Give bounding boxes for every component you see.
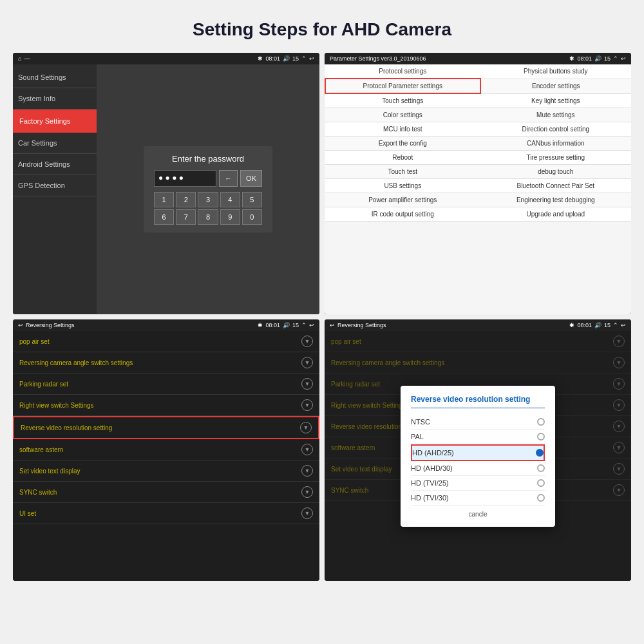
backspace-button[interactable]: ←	[219, 170, 238, 187]
param-col2: CANbus information	[480, 137, 631, 151]
param-col2: Engineering test debugging	[480, 193, 631, 207]
bluetooth-icon2: ✱	[569, 55, 574, 62]
resolution-option[interactable]: HD (AHD/30)	[411, 461, 545, 476]
up-icon2: ⌃	[613, 55, 618, 62]
param-header-text: Parameter Settings ver3.0_20190606	[330, 55, 426, 62]
key-3[interactable]: 3	[198, 192, 218, 207]
param-col1: IR code output setting	[325, 207, 480, 222]
param-row[interactable]: Touch testdebug touch	[325, 165, 631, 179]
password-panel: Enter the password ● ● ● ● ← OK 1 2 3 4 …	[97, 64, 319, 314]
key-0[interactable]: 0	[242, 209, 262, 225]
bluetooth-icon: ✱	[258, 55, 263, 62]
screen2: Parameter Settings ver3.0_20190606 ✱ 08:…	[325, 53, 631, 314]
param-col2: Encoder settings	[480, 79, 631, 93]
password-input-row: ● ● ● ● ← OK	[154, 170, 262, 187]
back-icon3: ↩	[309, 322, 314, 328]
time-display4: 08:01	[577, 322, 592, 328]
reverse-icon3: ↩	[18, 322, 23, 328]
resolution-option[interactable]: PAL	[411, 430, 545, 444]
bluetooth-icon3: ✱	[258, 322, 263, 328]
screen3: ↩ Reversing Settings ✱ 08:01 🔊 15 ⌃ ↩ po…	[13, 319, 319, 581]
param-col1: Reboot	[325, 151, 480, 165]
param-row[interactable]: USB settingsBluetooth Connect Pair Set	[325, 179, 631, 193]
rev-list-item[interactable]: Right view switch Settings▼	[13, 395, 319, 416]
reverse-icon4: ↩	[330, 322, 335, 328]
password-title: Enter the password	[154, 154, 262, 164]
volume-icon3: 🔊	[283, 322, 290, 328]
param-row[interactable]: Protocol Parameter settingsEncoder setti…	[325, 79, 631, 93]
rev-item-label: Reversing camera angle switch settings	[19, 359, 133, 366]
password-box: Enter the password ● ● ● ● ← OK 1 2 3 4 …	[144, 146, 272, 232]
key-2[interactable]: 2	[176, 192, 196, 207]
resolution-option[interactable]: HD (TVI/30)	[411, 491, 545, 506]
param-row[interactable]: Touch settingsKey light settings	[325, 93, 631, 108]
screen1-status-bar: ⌂ — ✱ 08:01 🔊 15 ⌃ ↩	[13, 53, 319, 64]
key-8[interactable]: 8	[198, 209, 218, 225]
up-icon: ⌃	[301, 55, 307, 62]
resolution-option[interactable]: HD (AHD/25)	[411, 444, 545, 461]
status-left4: ↩ Reversing Settings	[330, 322, 386, 328]
rev-list-item[interactable]: UI set▼	[13, 503, 319, 524]
param-col1: Export the config	[325, 137, 480, 151]
rev-list-item[interactable]: SYNC switch▼	[13, 482, 319, 503]
down-arrow-icon: ▼	[301, 336, 313, 347]
resolution-dialog: Reverse video resolution setting NTSCPAL…	[401, 386, 555, 527]
screen4-body: pop air set▼Reversing camera angle switc…	[325, 331, 631, 581]
sidebar-factory-settings[interactable]: Factory Settings	[13, 109, 97, 133]
param-col2: debug touch	[480, 165, 631, 179]
param-col1: Protocol Parameter settings	[325, 79, 480, 93]
rev-list-item[interactable]: Reversing camera angle switch settings▼	[13, 352, 319, 374]
time-display: 08:01	[265, 55, 280, 62]
screen3-body: pop air set▼Reversing camera angle switc…	[13, 331, 319, 581]
param-row[interactable]: RebootTire pressure setting	[325, 151, 631, 165]
rev-list-item[interactable]: Reverse video resolution setting▼	[13, 416, 319, 439]
down-arrow-icon: ▼	[301, 357, 313, 368]
sidebar-car-settings[interactable]: Car Settings	[13, 133, 97, 154]
dialog-title: Reverse video resolution setting	[411, 395, 545, 408]
down-arrow-icon: ▼	[301, 507, 313, 519]
rev-item-label: Reverse video resolution setting	[21, 424, 112, 431]
back-icon2: ↩	[621, 55, 626, 62]
param-row[interactable]: Export the configCANbus information	[325, 137, 631, 151]
key-5[interactable]: 5	[242, 192, 262, 207]
rev-list-item[interactable]: pop air set▼	[13, 331, 319, 352]
volume-icon4: 🔊	[594, 322, 601, 328]
param-col2: Direction control setting	[480, 122, 631, 137]
sidebar-sound-settings[interactable]: Sound Settings	[13, 67, 97, 88]
key-1[interactable]: 1	[154, 192, 174, 207]
key-7[interactable]: 7	[176, 209, 196, 225]
status-left2: Parameter Settings ver3.0_20190606	[330, 55, 426, 62]
rev-list-item[interactable]: Parking radar set▼	[13, 374, 319, 395]
key-6[interactable]: 6	[154, 209, 174, 225]
param-row[interactable]: Color settingsMute settings	[325, 108, 631, 122]
up-icon4: ⌃	[613, 322, 618, 328]
rev-list-item[interactable]: Set video text display▼	[13, 460, 319, 482]
home-icon: ⌂	[18, 55, 21, 62]
sidebar-gps-detection[interactable]: GPS Detection	[13, 175, 97, 196]
resolution-option-label: PAL	[411, 433, 424, 440]
rev-item-label: Set video text display	[19, 468, 80, 475]
dialog-cancel-button[interactable]: cancle	[411, 511, 545, 518]
password-input[interactable]: ● ● ● ●	[154, 170, 216, 187]
resolution-option[interactable]: HD (TVI/25)	[411, 476, 545, 491]
screen2-body: Protocol settingsPhysical buttons studyP…	[325, 64, 631, 314]
param-row[interactable]: MCU info testDirection control setting	[325, 122, 631, 137]
sidebar-android-settings[interactable]: Android Settings	[13, 154, 97, 175]
param-row[interactable]: Protocol settingsPhysical buttons study	[325, 64, 631, 79]
ok-button[interactable]: OK	[240, 170, 262, 187]
key-9[interactable]: 9	[220, 209, 240, 225]
down-arrow-icon: ▼	[301, 378, 313, 390]
rev-item-label: SYNC switch	[19, 489, 57, 496]
rev-list-item[interactable]: software astern▼	[13, 439, 319, 460]
down-arrow-icon: ▼	[301, 399, 313, 411]
key-4[interactable]: 4	[220, 192, 240, 207]
resolution-option[interactable]: NTSC	[411, 415, 545, 430]
param-col1: Color settings	[325, 108, 480, 122]
param-col2: Physical buttons study	[480, 64, 631, 79]
param-row[interactable]: IR code output settingUpgrade and upload	[325, 207, 631, 222]
page-title: Setting Steps for AHD Camera	[193, 19, 451, 40]
param-row[interactable]: Power amplifier settingsEngineering test…	[325, 193, 631, 207]
down-arrow-icon: ▼	[301, 465, 313, 477]
sidebar-system-info[interactable]: System Info	[13, 88, 97, 109]
time-display2: 08:01	[577, 55, 592, 62]
